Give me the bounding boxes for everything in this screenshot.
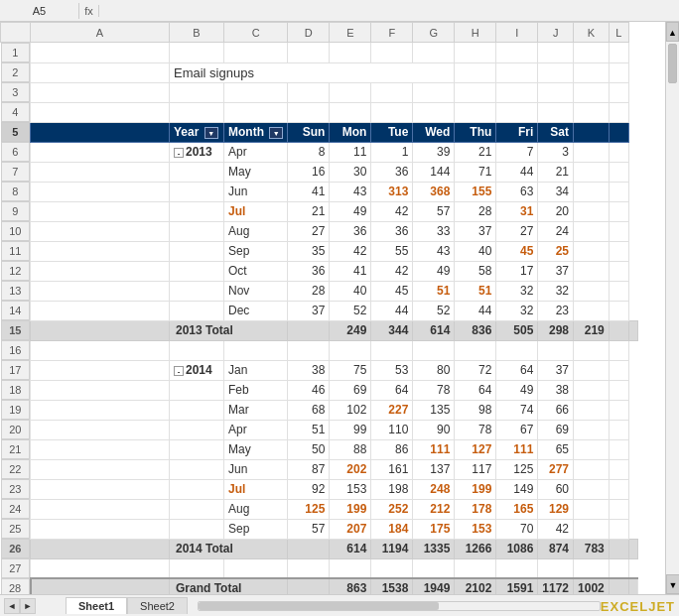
cell-K16[interactable] xyxy=(574,340,610,360)
cell-B9[interactable] xyxy=(170,201,224,221)
cell-L16[interactable] xyxy=(609,340,628,360)
cell-A7[interactable] xyxy=(31,162,170,182)
month-dropdown-icon[interactable]: ▼ xyxy=(269,127,283,139)
cell-K25[interactable] xyxy=(574,519,610,539)
cell-G2[interactable] xyxy=(609,62,628,82)
cell-K17[interactable] xyxy=(574,360,610,380)
cell-K3[interactable] xyxy=(574,82,610,102)
cell-J16[interactable] xyxy=(538,340,574,360)
cell-E1[interactable] xyxy=(330,43,371,63)
cell-A5[interactable] xyxy=(31,122,170,142)
cell-A19[interactable] xyxy=(31,400,170,420)
cell-B23[interactable] xyxy=(170,479,224,499)
cell-L10[interactable] xyxy=(609,221,628,241)
cell-K9[interactable] xyxy=(574,201,610,221)
cell-B14[interactable] xyxy=(170,301,224,320)
cell-I27[interactable] xyxy=(496,558,538,578)
cell-K20[interactable] xyxy=(574,420,610,439)
cell-L20[interactable] xyxy=(609,420,628,439)
cell-E4[interactable] xyxy=(330,102,371,122)
cell-K5[interactable] xyxy=(574,122,610,142)
cell-F3[interactable] xyxy=(371,82,413,102)
cell-J3[interactable] xyxy=(538,82,574,102)
cell-B20[interactable] xyxy=(170,420,224,439)
cell-D5-sun[interactable]: Sun xyxy=(288,122,330,142)
col-header-G[interactable]: G xyxy=(413,23,455,43)
cell-F2[interactable] xyxy=(574,62,610,82)
col-header-A[interactable]: A xyxy=(31,23,170,43)
cell-J5-sat[interactable]: Sat xyxy=(538,122,574,142)
cell-K24[interactable] xyxy=(574,499,610,519)
cell-A4[interactable] xyxy=(31,102,170,122)
cell-A3[interactable] xyxy=(31,82,170,102)
cell-A10[interactable] xyxy=(31,221,170,241)
cell-K7[interactable] xyxy=(574,162,610,182)
cell-L12[interactable] xyxy=(609,261,628,281)
cell-L5[interactable] xyxy=(609,122,628,142)
cell-D2[interactable] xyxy=(496,62,538,82)
collapse-icon-2013[interactable]: - xyxy=(174,148,184,158)
cell-E3[interactable] xyxy=(330,82,371,102)
col-header-F[interactable]: F xyxy=(371,23,413,43)
cell-G3[interactable] xyxy=(413,82,455,102)
cell-A17[interactable] xyxy=(31,360,170,380)
cell-A2[interactable] xyxy=(31,62,170,82)
cell-F16[interactable] xyxy=(371,340,413,360)
cell-G16[interactable] xyxy=(413,340,455,360)
cell-E5-mon[interactable]: Mon xyxy=(330,122,371,142)
cell-A20[interactable] xyxy=(31,420,170,439)
cell-B19[interactable] xyxy=(170,400,224,420)
cell-A8[interactable] xyxy=(31,182,170,201)
cell-G1[interactable] xyxy=(413,43,455,63)
cell-I5-fri[interactable]: Fri xyxy=(496,122,538,142)
cell-G27[interactable] xyxy=(413,558,455,578)
cell-C5-month[interactable]: Month ▼ xyxy=(224,122,288,142)
cell-F5-tue[interactable]: Tue xyxy=(371,122,413,142)
cell-B22[interactable] xyxy=(170,459,224,479)
cell-K10[interactable] xyxy=(574,221,610,241)
cell-K11[interactable] xyxy=(574,241,610,261)
cell-D4[interactable] xyxy=(288,102,330,122)
cell-A11[interactable] xyxy=(31,241,170,261)
cell-B16[interactable] xyxy=(170,340,224,360)
cell-L22[interactable] xyxy=(609,459,628,479)
cell-L17[interactable] xyxy=(609,360,628,380)
cell-E2[interactable] xyxy=(538,62,574,82)
cell-K18[interactable] xyxy=(574,380,610,400)
col-header-J[interactable]: J xyxy=(538,23,574,43)
cell-L3[interactable] xyxy=(609,82,628,102)
cell-L14[interactable] xyxy=(609,301,628,320)
cell-G5-wed[interactable]: Wed xyxy=(413,122,455,142)
vertical-scrollbar[interactable]: ▲ ▼ xyxy=(665,22,679,594)
cell-J27[interactable] xyxy=(538,558,574,578)
cell-K12[interactable] xyxy=(574,261,610,281)
cell-H3[interactable] xyxy=(455,82,496,102)
col-header-L[interactable]: L xyxy=(609,23,628,43)
cell-K8[interactable] xyxy=(574,182,610,201)
cell-C2[interactable] xyxy=(455,62,496,82)
cell-K21[interactable] xyxy=(574,439,610,459)
cell-G4[interactable] xyxy=(413,102,455,122)
cell-B5-year[interactable]: Year ▼ xyxy=(170,122,224,142)
cell-L27[interactable] xyxy=(609,558,628,578)
cell-L6[interactable] xyxy=(609,142,628,162)
cell-A22[interactable] xyxy=(31,459,170,479)
cell-A27[interactable] xyxy=(31,558,170,578)
col-header-H[interactable]: H xyxy=(455,23,496,43)
cell-C16[interactable] xyxy=(224,340,288,360)
cell-L7[interactable] xyxy=(609,162,628,182)
cell-L18[interactable] xyxy=(609,380,628,400)
cell-B12[interactable] xyxy=(170,261,224,281)
cell-H16[interactable] xyxy=(455,340,496,360)
cell-L19[interactable] xyxy=(609,400,628,420)
collapse-icon-2014[interactable]: - xyxy=(174,366,184,376)
cell-J1[interactable] xyxy=(538,43,574,63)
cell-B11[interactable] xyxy=(170,241,224,261)
cell-K19[interactable] xyxy=(574,400,610,420)
cell-H1[interactable] xyxy=(455,43,496,63)
cell-B24[interactable] xyxy=(170,499,224,519)
cell-H4[interactable] xyxy=(455,102,496,122)
cell-A18[interactable] xyxy=(31,380,170,400)
cell-L1[interactable] xyxy=(609,43,628,63)
cell-A13[interactable] xyxy=(31,281,170,301)
